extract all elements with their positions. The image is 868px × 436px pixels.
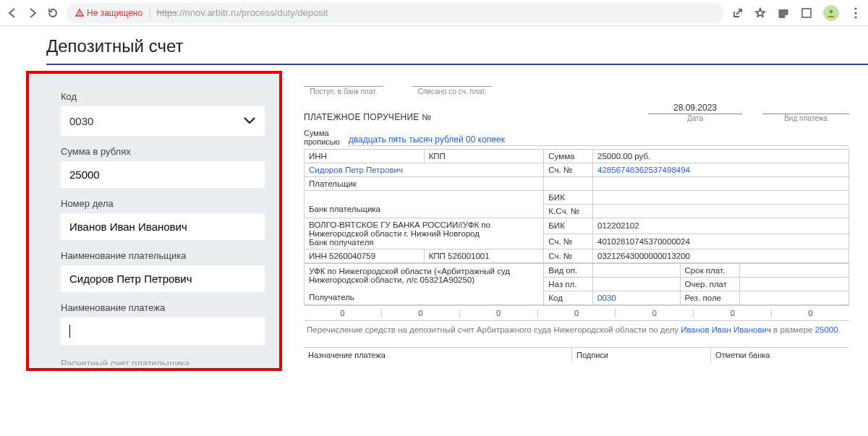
reload-icon[interactable] bbox=[46, 7, 59, 20]
svg-point-8 bbox=[854, 12, 856, 14]
page-title: Депозитный счет bbox=[0, 26, 868, 71]
not-secure-text: Не защищено bbox=[87, 8, 142, 18]
case-input[interactable] bbox=[61, 213, 265, 240]
forward-icon[interactable] bbox=[26, 7, 39, 20]
back-icon[interactable] bbox=[6, 7, 19, 20]
bank-in-box: Поступ. в банк плат. bbox=[304, 77, 383, 95]
footer-row: Назначение платежа Подписи Отметки банка bbox=[304, 347, 849, 362]
code-select[interactable]: 0030 bbox=[61, 106, 265, 136]
url-text: https://nnov.arbitr.ru/process/duty/depo… bbox=[157, 7, 328, 18]
sum-input[interactable] bbox=[61, 161, 265, 188]
profile-avatar[interactable] bbox=[823, 5, 839, 21]
payment-input[interactable] bbox=[61, 317, 265, 345]
svg-rect-2 bbox=[780, 10, 788, 12]
payment-grid: ИННКППСумма25000.00 руб. Сидоров Петр Пе… bbox=[304, 149, 849, 263]
transfer-description: Перечисление средств на депозитный счет … bbox=[304, 321, 849, 338]
svg-rect-5 bbox=[802, 9, 811, 17]
svg-point-6 bbox=[830, 9, 833, 13]
extension-icon[interactable] bbox=[800, 7, 813, 20]
payment-type-box: Вид платежа bbox=[762, 103, 849, 122]
date-box: 28.09.2023Дата bbox=[648, 103, 742, 122]
truncated-label: Расчетный счет плательщика bbox=[61, 358, 265, 365]
menu-kebab-icon[interactable] bbox=[849, 7, 862, 20]
payment-label: Наименование платежа bbox=[61, 302, 265, 313]
share-icon[interactable] bbox=[731, 7, 744, 20]
sum-text-value: двадцать пять тысяч рублей 00 копеек bbox=[349, 134, 849, 146]
payment-grid-2: УФК по Нижегородской области («Арбитражн… bbox=[304, 263, 849, 305]
not-secure-badge: Не защищено bbox=[75, 8, 142, 18]
code-value: 0030 bbox=[69, 115, 93, 127]
written-off-box: Списано со сч. плат. bbox=[412, 77, 492, 95]
svg-point-0 bbox=[79, 14, 80, 14]
payer-label: Наименование плательщика bbox=[61, 250, 265, 261]
browser-toolbar: Не защищено | https://nnov.arbitr.ru/pro… bbox=[0, 0, 868, 26]
payer-link[interactable]: Сидоров Петр Петрович bbox=[305, 163, 544, 177]
case-label: Номер дела bbox=[61, 198, 265, 209]
star-icon[interactable] bbox=[754, 7, 767, 20]
payer-input[interactable] bbox=[61, 265, 265, 292]
zeros-row: 0000000 bbox=[304, 305, 849, 321]
svg-point-7 bbox=[854, 7, 856, 9]
chevron-down-icon bbox=[243, 114, 256, 129]
sum-label: Сумма в рублях bbox=[61, 146, 265, 157]
svg-point-9 bbox=[854, 16, 856, 18]
svg-rect-1 bbox=[80, 12, 80, 14]
reader-icon[interactable] bbox=[777, 7, 790, 20]
sum-text-label: Суммапрописью bbox=[304, 129, 340, 146]
svg-rect-3 bbox=[780, 13, 788, 14]
order-title: ПЛАТЕЖНОЕ ПОРУЧЕНИЕ № bbox=[304, 112, 431, 122]
code-label: Код bbox=[61, 91, 265, 102]
svg-rect-4 bbox=[780, 16, 785, 17]
address-bar[interactable]: Не защищено | https://nnov.arbitr.ru/pro… bbox=[67, 3, 723, 23]
deposit-form: Код 0030 Сумма в рублях Номер дела Наиме… bbox=[26, 71, 282, 371]
payment-order-preview: Поступ. в банк плат. Списано со сч. плат… bbox=[295, 71, 865, 371]
